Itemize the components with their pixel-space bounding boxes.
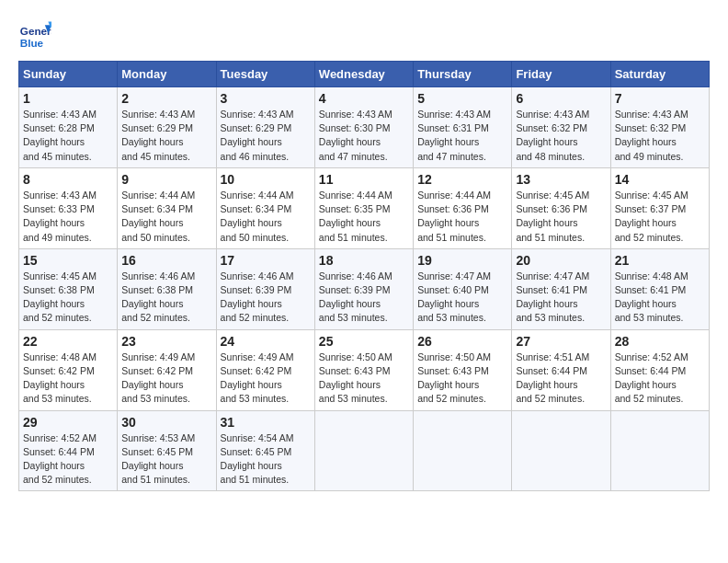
- day-number: 3: [221, 91, 311, 106]
- header-sunday: Sunday: [19, 62, 118, 87]
- calendar-cell: 23 Sunrise: 4:49 AM Sunset: 6:42 PM Dayl…: [118, 329, 216, 410]
- calendar-cell: 11 Sunrise: 4:44 AM Sunset: 6:35 PM Dayl…: [314, 167, 413, 248]
- day-number: 14: [615, 172, 705, 187]
- day-info: Sunrise: 4:54 AM Sunset: 6:45 PM Dayligh…: [221, 431, 311, 488]
- calendar-cell: 25 Sunrise: 4:50 AM Sunset: 6:43 PM Dayl…: [314, 329, 413, 410]
- calendar-cell: 28 Sunrise: 4:52 AM Sunset: 6:44 PM Dayl…: [610, 329, 709, 410]
- day-number: 25: [319, 334, 409, 349]
- day-number: 22: [23, 334, 113, 349]
- day-info: Sunrise: 4:45 AM Sunset: 6:37 PM Dayligh…: [615, 189, 705, 245]
- calendar-cell: 24 Sunrise: 4:49 AM Sunset: 6:42 PM Dayl…: [216, 329, 314, 410]
- calendar-cell: [610, 410, 709, 491]
- day-number: 20: [516, 253, 606, 268]
- day-info: Sunrise: 4:45 AM Sunset: 6:36 PM Dayligh…: [516, 189, 606, 245]
- day-number: 7: [615, 91, 705, 106]
- calendar-cell: 14 Sunrise: 4:45 AM Sunset: 6:37 PM Dayl…: [610, 167, 709, 248]
- calendar-cell: [512, 410, 610, 491]
- day-number: 10: [221, 172, 311, 187]
- day-number: 6: [516, 91, 606, 106]
- day-number: 21: [615, 253, 705, 268]
- day-number: 5: [417, 91, 507, 106]
- header-monday: Monday: [118, 62, 216, 87]
- day-number: 30: [121, 415, 211, 430]
- logo-icon: General Blue: [18, 18, 51, 52]
- day-number: 29: [23, 415, 113, 430]
- header-thursday: Thursday: [414, 62, 512, 87]
- day-number: 11: [319, 172, 409, 187]
- day-number: 28: [615, 334, 705, 349]
- calendar-cell: 20 Sunrise: 4:47 AM Sunset: 6:41 PM Dayl…: [512, 248, 610, 329]
- day-info: Sunrise: 4:43 AM Sunset: 6:32 PM Dayligh…: [615, 108, 705, 164]
- calendar-cell: 29 Sunrise: 4:52 AM Sunset: 6:44 PM Dayl…: [19, 410, 118, 491]
- day-number: 12: [417, 172, 507, 187]
- day-info: Sunrise: 4:44 AM Sunset: 6:35 PM Dayligh…: [319, 189, 409, 245]
- header-saturday: Saturday: [610, 62, 709, 87]
- day-number: 8: [23, 172, 113, 187]
- day-number: 26: [417, 334, 507, 349]
- calendar-cell: 27 Sunrise: 4:51 AM Sunset: 6:44 PM Dayl…: [512, 329, 610, 410]
- calendar-week-row: 1 Sunrise: 4:43 AM Sunset: 6:28 PM Dayli…: [19, 87, 710, 168]
- day-info: Sunrise: 4:52 AM Sunset: 6:44 PM Dayligh…: [23, 431, 113, 488]
- day-info: Sunrise: 4:52 AM Sunset: 6:44 PM Dayligh…: [615, 350, 705, 407]
- calendar-cell: 7 Sunrise: 4:43 AM Sunset: 6:32 PM Dayli…: [610, 87, 709, 168]
- calendar-cell: 16 Sunrise: 4:46 AM Sunset: 6:38 PM Dayl…: [118, 248, 216, 329]
- day-number: 4: [319, 91, 409, 106]
- calendar-cell: 22 Sunrise: 4:48 AM Sunset: 6:42 PM Dayl…: [19, 329, 118, 410]
- calendar-cell: 2 Sunrise: 4:43 AM Sunset: 6:29 PM Dayli…: [118, 87, 216, 168]
- day-number: 2: [121, 91, 211, 106]
- day-info: Sunrise: 4:47 AM Sunset: 6:40 PM Dayligh…: [417, 270, 507, 326]
- calendar-cell: 21 Sunrise: 4:48 AM Sunset: 6:41 PM Dayl…: [610, 248, 709, 329]
- day-info: Sunrise: 4:43 AM Sunset: 6:31 PM Dayligh…: [417, 108, 507, 164]
- day-number: 17: [221, 253, 311, 268]
- day-info: Sunrise: 4:48 AM Sunset: 6:41 PM Dayligh…: [615, 270, 705, 326]
- calendar-cell: 10 Sunrise: 4:44 AM Sunset: 6:34 PM Dayl…: [216, 167, 314, 248]
- calendar-cell: 12 Sunrise: 4:44 AM Sunset: 6:36 PM Dayl…: [414, 167, 512, 248]
- day-number: 31: [221, 415, 311, 430]
- calendar-cell: 30 Sunrise: 4:53 AM Sunset: 6:45 PM Dayl…: [118, 410, 216, 491]
- calendar-cell: 26 Sunrise: 4:50 AM Sunset: 6:43 PM Dayl…: [414, 329, 512, 410]
- day-info: Sunrise: 4:53 AM Sunset: 6:45 PM Dayligh…: [121, 431, 211, 488]
- day-info: Sunrise: 4:49 AM Sunset: 6:42 PM Dayligh…: [121, 350, 211, 407]
- calendar-cell: 1 Sunrise: 4:43 AM Sunset: 6:28 PM Dayli…: [19, 87, 118, 168]
- header-wednesday: Wednesday: [314, 62, 413, 87]
- calendar-cell: 15 Sunrise: 4:45 AM Sunset: 6:38 PM Dayl…: [19, 248, 118, 329]
- calendar-cell: [314, 410, 413, 491]
- day-info: Sunrise: 4:43 AM Sunset: 6:28 PM Dayligh…: [23, 108, 113, 164]
- header-tuesday: Tuesday: [216, 62, 314, 87]
- day-info: Sunrise: 4:43 AM Sunset: 6:32 PM Dayligh…: [516, 108, 606, 164]
- calendar-cell: [414, 410, 512, 491]
- day-info: Sunrise: 4:46 AM Sunset: 6:39 PM Dayligh…: [319, 270, 409, 326]
- day-info: Sunrise: 4:51 AM Sunset: 6:44 PM Dayligh…: [516, 350, 606, 407]
- calendar-cell: 4 Sunrise: 4:43 AM Sunset: 6:30 PM Dayli…: [314, 87, 413, 168]
- calendar-cell: 19 Sunrise: 4:47 AM Sunset: 6:40 PM Dayl…: [414, 248, 512, 329]
- calendar-cell: 8 Sunrise: 4:43 AM Sunset: 6:33 PM Dayli…: [19, 167, 118, 248]
- calendar-cell: 13 Sunrise: 4:45 AM Sunset: 6:36 PM Dayl…: [512, 167, 610, 248]
- calendar-week-row: 8 Sunrise: 4:43 AM Sunset: 6:33 PM Dayli…: [19, 167, 710, 248]
- day-info: Sunrise: 4:49 AM Sunset: 6:42 PM Dayligh…: [221, 350, 311, 407]
- day-info: Sunrise: 4:50 AM Sunset: 6:43 PM Dayligh…: [417, 350, 507, 407]
- calendar-table: SundayMondayTuesdayWednesdayThursdayFrid…: [18, 61, 710, 491]
- day-info: Sunrise: 4:43 AM Sunset: 6:30 PM Dayligh…: [319, 108, 409, 164]
- page-header: General Blue: [18, 18, 710, 52]
- day-number: 13: [516, 172, 606, 187]
- calendar-cell: 31 Sunrise: 4:54 AM Sunset: 6:45 PM Dayl…: [216, 410, 314, 491]
- day-number: 15: [23, 253, 113, 268]
- calendar-week-row: 22 Sunrise: 4:48 AM Sunset: 6:42 PM Dayl…: [19, 329, 710, 410]
- calendar-cell: 5 Sunrise: 4:43 AM Sunset: 6:31 PM Dayli…: [414, 87, 512, 168]
- day-info: Sunrise: 4:48 AM Sunset: 6:42 PM Dayligh…: [23, 350, 113, 407]
- day-info: Sunrise: 4:44 AM Sunset: 6:34 PM Dayligh…: [221, 189, 311, 245]
- logo: General Blue: [18, 18, 55, 52]
- day-number: 23: [121, 334, 211, 349]
- day-info: Sunrise: 4:47 AM Sunset: 6:41 PM Dayligh…: [516, 270, 606, 326]
- day-info: Sunrise: 4:50 AM Sunset: 6:43 PM Dayligh…: [319, 350, 409, 407]
- day-info: Sunrise: 4:43 AM Sunset: 6:33 PM Dayligh…: [23, 189, 113, 245]
- header-friday: Friday: [512, 62, 610, 87]
- day-number: 27: [516, 334, 606, 349]
- calendar-week-row: 15 Sunrise: 4:45 AM Sunset: 6:38 PM Dayl…: [19, 248, 710, 329]
- day-info: Sunrise: 4:43 AM Sunset: 6:29 PM Dayligh…: [221, 108, 311, 164]
- day-number: 9: [121, 172, 211, 187]
- day-info: Sunrise: 4:43 AM Sunset: 6:29 PM Dayligh…: [121, 108, 211, 164]
- calendar-cell: 6 Sunrise: 4:43 AM Sunset: 6:32 PM Dayli…: [512, 87, 610, 168]
- day-info: Sunrise: 4:44 AM Sunset: 6:36 PM Dayligh…: [417, 189, 507, 245]
- svg-text:Blue: Blue: [20, 37, 44, 49]
